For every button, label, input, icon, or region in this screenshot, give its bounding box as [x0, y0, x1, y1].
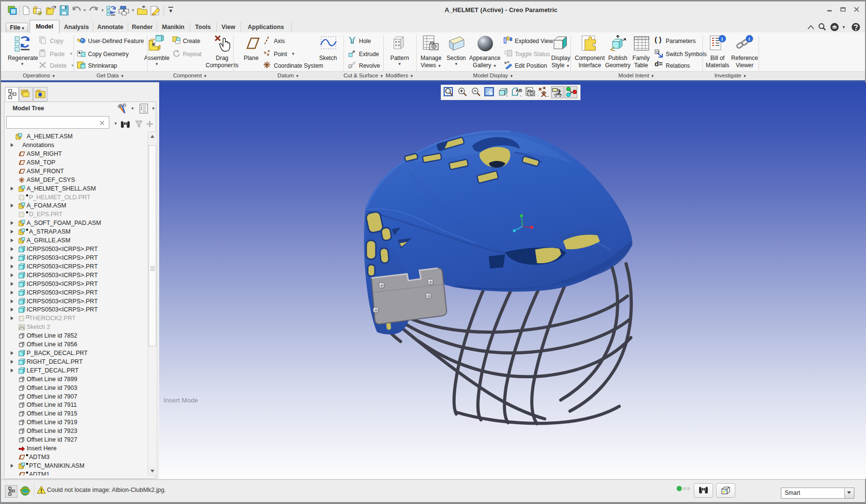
svg-text:15: 15	[656, 50, 659, 54]
svg-text:i: i	[748, 36, 750, 42]
svg-text:i: i	[721, 36, 723, 42]
